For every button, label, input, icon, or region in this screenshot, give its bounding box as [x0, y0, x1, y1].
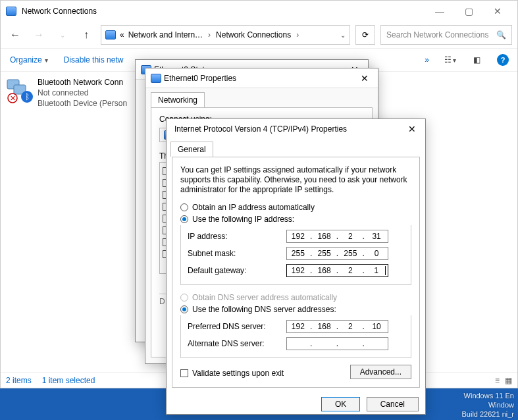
- ip-address-label: IP address:: [188, 232, 286, 241]
- svg-text:ᛒ: ᛒ: [25, 92, 30, 101]
- help-button[interactable]: ?: [494, 51, 512, 69]
- minimize-button[interactable]: —: [425, 1, 454, 22]
- radio-dns-auto: Obtain DNS server address automatically: [180, 292, 411, 303]
- window-icon: [6, 7, 16, 16]
- ipv4-properties-dialog: Internet Protocol Version 4 (TCP/IPv4) P…: [166, 118, 426, 415]
- advanced-button[interactable]: Advanced...: [350, 365, 411, 379]
- device-text: Bluetooth Network Conn Not connected Blu…: [38, 77, 127, 109]
- cancel-button[interactable]: Cancel: [367, 397, 419, 411]
- intro-text: You can get IP settings assigned automat…: [180, 165, 411, 195]
- close-icon[interactable]: ✕: [404, 124, 420, 134]
- ip-address-input[interactable]: 192. 168. 2. 31: [286, 230, 388, 243]
- default-gateway-input[interactable]: 192. 168. 2. 1: [286, 264, 388, 277]
- radio-ip-manual[interactable]: Use the following IP address:: [180, 213, 411, 225]
- subnet-mask-input[interactable]: 255. 255. 255. 0: [286, 247, 388, 260]
- validate-label: Validate settings upon exit: [192, 369, 284, 378]
- radio-ip-auto[interactable]: Obtain an IP address automatically: [180, 201, 411, 213]
- details-view-icon[interactable]: ≡: [495, 376, 500, 385]
- view-options-button[interactable]: ☷▾: [441, 51, 459, 69]
- location-icon: [105, 30, 116, 39]
- ok-button[interactable]: OK: [321, 397, 360, 411]
- disable-device-button[interactable]: Disable this netw: [60, 53, 128, 67]
- up-button[interactable]: ↑: [77, 26, 95, 44]
- dialog-icon: [151, 74, 161, 83]
- device-icon: ᛒ ✕: [6, 77, 34, 105]
- crumb-network-internet[interactable]: Network and Intern…: [128, 30, 203, 39]
- alternate-dns-label: Alternate DNS server:: [188, 339, 286, 348]
- search-icon: 🔍: [496, 30, 506, 39]
- device-name: Bluetooth Network Conn: [38, 77, 127, 88]
- tab-general[interactable]: General: [170, 142, 213, 157]
- organize-menu[interactable]: Organize▾: [6, 53, 52, 67]
- svg-text:✕: ✕: [10, 94, 16, 102]
- window-buttons: — ▢ ✕: [425, 1, 512, 22]
- search-placeholder: Search Network Connections: [386, 30, 496, 39]
- address-bar[interactable]: « Network and Intern… › Network Connecti…: [101, 25, 350, 45]
- nav-row: ← → ⌄ ↑ « Network and Intern… › Network …: [1, 22, 517, 48]
- thumbnails-view-icon[interactable]: ▦: [505, 376, 512, 385]
- device-detail: Bluetooth Device (Person: [38, 98, 127, 109]
- maximize-button[interactable]: ▢: [454, 1, 483, 22]
- recent-dropdown[interactable]: ⌄: [53, 26, 72, 44]
- search-box[interactable]: Search Network Connections 🔍: [380, 25, 512, 45]
- activation-watermark: Windows 11 En Window Build 22621 ni_r: [461, 391, 514, 419]
- preview-pane-button[interactable]: ◧: [467, 51, 486, 69]
- close-button[interactable]: ✕: [483, 1, 512, 22]
- crumb-network-connections[interactable]: Network Connections: [216, 30, 291, 39]
- back-button[interactable]: ←: [6, 26, 24, 44]
- tab-networking[interactable]: Networking: [151, 92, 205, 107]
- validate-checkbox[interactable]: [180, 369, 188, 377]
- address-dropdown[interactable]: ⌄: [340, 32, 346, 39]
- chevron-right-icon[interactable]: ›: [295, 30, 300, 39]
- dialog-title: Ethernet0 Properties: [161, 74, 357, 83]
- forward-button[interactable]: →: [30, 26, 48, 44]
- radio-dns-manual[interactable]: Use the following DNS server addresses:: [180, 303, 411, 315]
- preferred-dns-label: Preferred DNS server:: [188, 322, 286, 331]
- status-items: 2 items: [6, 376, 32, 385]
- subnet-mask-label: Subnet mask:: [188, 249, 286, 258]
- window-title: Network Connections: [22, 7, 425, 16]
- alternate-dns-input[interactable]: . . .: [286, 337, 388, 350]
- default-gateway-label: Default gateway:: [188, 266, 286, 275]
- refresh-button[interactable]: ⟳: [355, 25, 375, 45]
- dialog-title: Internet Protocol Version 4 (TCP/IPv4) P…: [172, 124, 404, 134]
- device-status: Not connected: [38, 88, 127, 98]
- status-selected: 1 item selected: [42, 376, 95, 385]
- preferred-dns-input[interactable]: 192. 168. 2. 10: [286, 320, 388, 333]
- titlebar: Network Connections — ▢ ✕: [1, 1, 517, 22]
- close-icon[interactable]: ✕: [357, 73, 373, 84]
- chevron-right-icon[interactable]: ›: [207, 30, 212, 39]
- toolbar-overflow[interactable]: »: [421, 53, 433, 67]
- crumb-more[interactable]: «: [120, 30, 124, 39]
